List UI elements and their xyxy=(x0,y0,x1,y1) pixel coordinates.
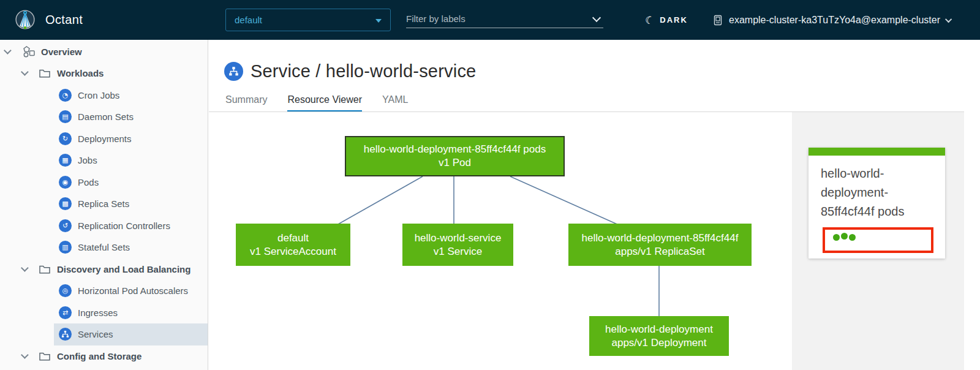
label-filter-input[interactable] xyxy=(406,10,603,28)
tab-resource-viewer[interactable]: Resource Viewer xyxy=(287,92,362,112)
folder-icon xyxy=(39,265,50,274)
sidebar-item-label: Replica Sets xyxy=(78,198,129,209)
resource-title: Service / hello-world-service xyxy=(224,61,476,81)
card-status-bar xyxy=(809,148,945,156)
graph-node-pod[interactable]: hello-world-deployment-85ff4cf44f pods v… xyxy=(345,136,565,176)
pod-status-box[interactable] xyxy=(823,227,933,253)
daemonsets-icon: ▤ xyxy=(59,110,72,123)
label-filter xyxy=(406,10,603,28)
pod-status-dot xyxy=(833,234,840,241)
node-kind: apps/v1 ReplicaSet xyxy=(568,245,752,259)
sidebar-item-workloads[interactable]: Workloads xyxy=(0,62,208,85)
node-kind: apps/v1 Deployment xyxy=(589,336,729,350)
sidebar-item-replication-controllers[interactable]: ↺ Replication Controllers xyxy=(0,215,208,237)
app-header: Octant default ☾ DARK example-cluster-ka… xyxy=(0,0,980,40)
sidebar-item-label: Ingresses xyxy=(78,308,118,318)
node-name: hello-world-deployment-85ff4cf44f xyxy=(568,232,752,245)
graph-node-service[interactable]: hello-world-service v1 Service xyxy=(402,224,513,266)
services-icon xyxy=(59,328,72,341)
deployments-icon: ↻ xyxy=(59,132,72,145)
sidebar-item-daemon-sets[interactable]: ▤ Daemon Sets xyxy=(0,106,208,128)
sidebar-item-overview[interactable]: Overview xyxy=(0,40,208,62)
sidebar-item-label: Pods xyxy=(78,177,99,187)
graph-node-serviceaccount[interactable]: default v1 ServiceAccount xyxy=(236,224,350,266)
node-name: hello-world-service xyxy=(402,232,513,245)
chevron-down-icon[interactable] xyxy=(4,47,12,55)
graph-node-replicaset[interactable]: hello-world-deployment-85ff4cf44f apps/v… xyxy=(568,224,752,266)
pod-status-dot xyxy=(849,234,856,241)
sidebar-item-pods[interactable]: ◉ Pods xyxy=(0,172,208,194)
sidebar-item-label: Deployments xyxy=(78,134,132,144)
pod-status-dot xyxy=(841,233,848,240)
folder-icon xyxy=(39,69,50,78)
pods-icon: ◉ xyxy=(59,176,72,189)
sidebar-item-label: Horizontal Pod Autoscalers xyxy=(78,285,188,296)
moon-icon: ☾ xyxy=(644,13,655,27)
navigation-sidebar: Overview Workloads ◔ Cron Jobs ▤ Daemon … xyxy=(0,40,208,370)
selected-resource-card[interactable]: hello-world-deployment-85ff4cf44f pods xyxy=(809,148,945,259)
sidebar-item-label: Jobs xyxy=(78,155,97,165)
sidebar-item-label: Discovery and Load Balancing xyxy=(57,264,190,274)
sidebar-item-label: Services xyxy=(78,329,113,339)
namespace-dropdown-value: default xyxy=(235,15,262,25)
service-icon xyxy=(224,62,243,81)
chevron-down-icon[interactable] xyxy=(21,351,29,359)
replicasets-icon: ▩ xyxy=(59,197,72,210)
folder-icon xyxy=(39,352,50,361)
sidebar-item-deployments[interactable]: ↻ Deployments xyxy=(0,128,208,150)
tab-summary[interactable]: Summary xyxy=(225,92,267,112)
tab-yaml[interactable]: YAML xyxy=(382,92,408,112)
cronjobs-icon: ◔ xyxy=(59,89,72,102)
sidebar-item-stateful-sets[interactable]: ▥ Stateful Sets xyxy=(0,236,208,259)
sidebar-item-services[interactable]: Services xyxy=(0,323,208,345)
resource-tabs: Summary Resource Viewer YAML xyxy=(225,92,408,112)
context-chevron-down-icon xyxy=(945,15,952,22)
node-name: hello-world-deployment xyxy=(589,323,729,336)
cluster-context-label: example-cluster-ka3TuTzYo4a@example-clus… xyxy=(729,15,940,26)
page-title: Service / hello-world-service xyxy=(251,61,476,81)
sidebar-item-config-and-storage[interactable]: Config and Storage xyxy=(0,345,208,368)
node-name: hello-world-deployment-85ff4cf44f pods xyxy=(346,143,564,156)
dropdown-caret-icon xyxy=(375,19,382,23)
node-kind: v1 Pod xyxy=(346,156,564,170)
theme-toggle-button[interactable]: ☾ DARK xyxy=(645,0,688,40)
cluster-icon xyxy=(712,15,723,26)
node-kind: v1 Service xyxy=(402,245,513,259)
ingresses-icon: ⇄ xyxy=(59,306,72,319)
app-title: Octant xyxy=(45,0,83,40)
objects-icon xyxy=(22,45,36,58)
graph-node-deployment[interactable]: hello-world-deployment apps/v1 Deploymen… xyxy=(589,316,729,356)
sidebar-item-discovery-load-balancing[interactable]: Discovery and Load Balancing xyxy=(0,259,208,281)
sidebar-item-label: Cron Jobs xyxy=(78,90,119,100)
statefulsets-icon: ▥ xyxy=(59,241,72,254)
sidebar-item-cron-jobs[interactable]: ◔ Cron Jobs xyxy=(0,85,208,107)
sidebar-item-horizontal-pod-autoscalers[interactable]: ◎ Horizontal Pod Autoscalers xyxy=(0,280,208,302)
replication-controllers-icon: ↺ xyxy=(59,219,72,232)
sidebar-item-label: Config and Storage xyxy=(57,351,141,361)
chevron-down-icon[interactable] xyxy=(21,264,29,272)
sidebar-item-jobs[interactable]: ▦ Jobs xyxy=(0,149,208,172)
chevron-down-icon[interactable] xyxy=(21,68,29,76)
sidebar-item-ingresses[interactable]: ⇄ Ingresses xyxy=(0,302,208,324)
jobs-icon: ▦ xyxy=(59,154,72,167)
card-title: hello-world-deployment-85ff4cf44f pods xyxy=(821,164,935,221)
sidebar-item-label: Stateful Sets xyxy=(78,242,130,252)
theme-toggle-label: DARK xyxy=(660,15,688,25)
resource-detail-panel: hello-world-deployment-85ff4cf44f pods xyxy=(792,112,964,370)
node-kind: v1 ServiceAccount xyxy=(236,245,350,259)
cluster-context-selector[interactable]: example-cluster-ka3TuTzYo4a@example-clus… xyxy=(712,0,952,40)
node-name: default xyxy=(236,232,350,245)
sidebar-item-label: Daemon Sets xyxy=(78,111,134,122)
sidebar-item-label: Workloads xyxy=(57,68,104,78)
sidebar-item-label: Overview xyxy=(41,47,82,57)
hpa-icon: ◎ xyxy=(59,284,72,297)
octant-logo-icon xyxy=(15,9,36,30)
sidebar-item-label: Replication Controllers xyxy=(78,221,170,231)
sidebar-item-replica-sets[interactable]: ▩ Replica Sets xyxy=(0,193,208,215)
namespace-dropdown[interactable]: default xyxy=(225,9,391,31)
